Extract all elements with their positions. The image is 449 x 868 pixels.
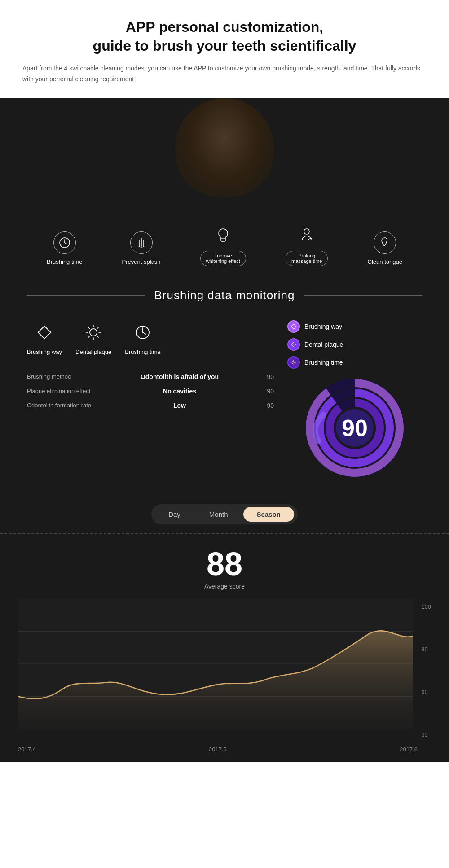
svg-point-9 <box>90 329 97 336</box>
prolong-massage-label: Prolongmassage time <box>286 251 328 266</box>
brushing-way-metric-label: Brushing way <box>27 349 62 355</box>
legend-dot-3 <box>287 356 300 369</box>
monitoring-title: Brushing data monitoring <box>145 288 304 302</box>
metrics-icons: Brushing way <box>27 320 274 355</box>
legend-brushing-time: Brushing time <box>287 356 343 369</box>
metric-brushing-time: Brushing time <box>125 320 160 355</box>
diamond-icon <box>32 320 57 345</box>
x-label-end: 2017.6 <box>400 746 418 753</box>
stat-row-2: Plaque elimination effect No cavities 90 <box>27 388 274 395</box>
legend-label-3: Brushing time <box>304 359 343 366</box>
average-score-area: 88 Average score <box>18 548 431 590</box>
stat-value-1: Odontolith is afraid of you <box>103 373 256 380</box>
stat-score-1: 90 <box>260 373 274 380</box>
line-chart-svg <box>18 599 413 729</box>
toggle-month[interactable]: Month <box>196 507 242 522</box>
icon-prevent-splash: Prevent splash <box>122 231 161 266</box>
legend-brushing-way: Brushing way <box>287 320 342 333</box>
brushing-time-label: Brushing time <box>47 258 82 266</box>
header-description: Apart from the 4 switchable cleaning mod… <box>22 63 427 85</box>
y-label-60: 60 <box>421 689 431 695</box>
stat-value-2: No cavities <box>103 388 256 395</box>
svg-line-16 <box>97 327 98 329</box>
sun-icon <box>81 320 106 345</box>
stat-score-2: 90 <box>260 388 274 395</box>
section-divider: Brushing data monitoring <box>0 279 449 316</box>
svg-line-17 <box>88 336 90 338</box>
x-label-start: 2017.4 <box>18 746 36 753</box>
svg-point-22 <box>292 343 295 346</box>
svg-line-20 <box>143 332 146 334</box>
legend-label-2: Dental plaque <box>304 341 343 348</box>
divider-left <box>27 295 145 296</box>
chart-x-labels: 2017.4 2017.5 2017.6 <box>18 742 431 753</box>
metric-dental-plaque: Dental plaque <box>75 320 111 355</box>
stat-row-3: Odontolith formation rate Low 90 <box>27 402 274 409</box>
x-label-mid: 2017.5 <box>209 746 227 753</box>
brushing-time-metric-label: Brushing time <box>125 349 160 355</box>
dark-section: Brushing time Prevent splash <box>0 98 449 762</box>
chart-section: 88 Average score 100 80 60 30 <box>0 534 449 762</box>
stat-row-1: Brushing method Odontolith is afraid of … <box>27 373 274 380</box>
prevent-splash-label: Prevent splash <box>122 258 161 266</box>
svg-line-15 <box>97 336 98 338</box>
icon-prolong-massage: Prolongmassage time <box>286 224 328 266</box>
header-section: APP personal customization, guide to bru… <box>0 0 449 98</box>
data-right: Brushing way Dental plaque <box>287 320 422 477</box>
chart-svg-container <box>18 599 413 729</box>
toggle-season[interactable]: Season <box>243 507 294 522</box>
legend-label-1: Brushing way <box>304 323 342 330</box>
data-left: Brushing way <box>27 320 274 477</box>
clock-icon <box>53 231 76 254</box>
stat-name-2: Plaque elimination effect <box>27 388 99 394</box>
average-score-label: Average score <box>18 583 431 590</box>
chart-y-labels: 100 80 60 30 <box>421 599 431 742</box>
stat-score-3: 90 <box>260 402 274 409</box>
clock2-icon <box>131 320 155 345</box>
icons-row: Brushing time Prevent splash <box>0 215 449 279</box>
chart-area: 100 80 60 30 <box>18 599 431 742</box>
svg-point-7 <box>304 229 309 234</box>
y-label-80: 80 <box>421 646 431 653</box>
donut-chart: 90 <box>305 379 404 477</box>
data-monitoring: Brushing way <box>0 316 449 491</box>
head-area <box>0 98 449 215</box>
y-label-100: 100 <box>421 603 431 610</box>
legend-dot-1 <box>287 320 300 333</box>
svg-line-14 <box>88 327 90 329</box>
toggle-day[interactable]: Day <box>155 507 194 522</box>
svg-line-29 <box>294 362 295 363</box>
icon-brushing-time: Brushing time <box>47 231 82 266</box>
improve-whitening-label: Improvewhitening effect <box>200 251 246 266</box>
svg-rect-8 <box>38 326 51 339</box>
icon-improve-whitening: Improvewhitening effect <box>200 224 246 266</box>
toggle-pill: Day Month Season <box>151 504 298 524</box>
y-label-30: 30 <box>421 731 431 738</box>
legend-dot-2 <box>287 338 300 351</box>
legend-dental-plaque: Dental plaque <box>287 338 343 351</box>
stat-value-3: Low <box>103 402 256 409</box>
svg-rect-21 <box>291 324 296 329</box>
stat-name-1: Brushing method <box>27 373 99 380</box>
stats-table: Brushing method Odontolith is afraid of … <box>27 373 274 409</box>
icon-clean-tongue: Clean tongue <box>368 231 402 266</box>
metric-brushing-way: Brushing way <box>27 320 62 355</box>
page-title: APP personal customization, guide to bru… <box>13 18 436 55</box>
tongue-icon <box>374 231 396 254</box>
brush-icon <box>130 231 153 254</box>
average-score-number: 88 <box>18 548 431 580</box>
dental-plaque-metric-label: Dental plaque <box>75 349 111 355</box>
divider-right <box>304 295 422 296</box>
stat-name-3: Odontolith formation rate <box>27 402 99 409</box>
svg-line-2 <box>65 243 67 244</box>
clean-tongue-label: Clean tongue <box>368 258 402 266</box>
toggle-bar: Day Month Season <box>0 491 449 533</box>
donut-score: 90 <box>342 414 368 441</box>
